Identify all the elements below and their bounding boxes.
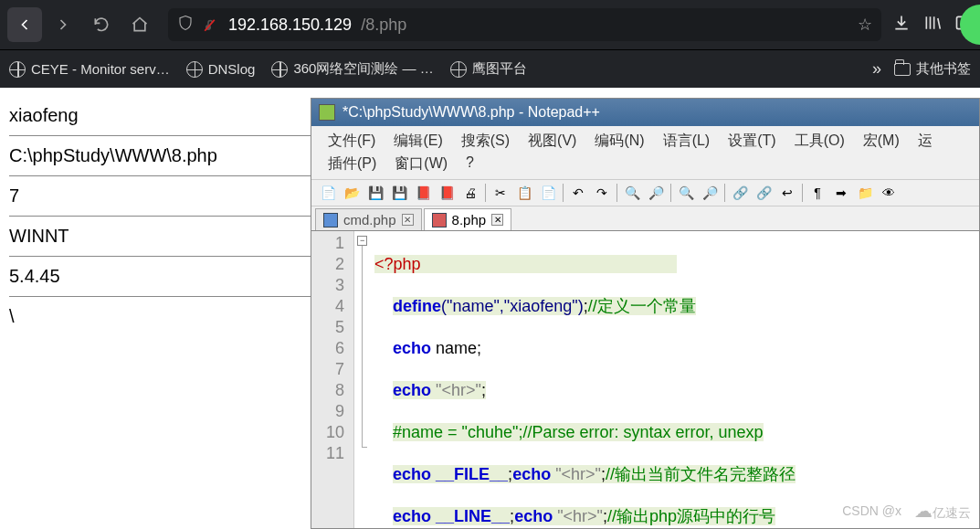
open-file-icon[interactable]: 📂	[341, 182, 363, 204]
notepad-titlebar[interactable]: *C:\phpStudy\WWW\8.php - Notepad++	[311, 99, 979, 126]
reload-button[interactable]	[84, 7, 119, 42]
globe-icon	[9, 61, 26, 78]
output-line: 7	[9, 176, 311, 216]
menu-macro[interactable]: 宏(M)	[854, 130, 909, 153]
menu-edit[interactable]: 编辑(E)	[385, 130, 451, 153]
blocked-icon[interactable]	[203, 16, 219, 33]
fold-minus-icon[interactable]: −	[357, 236, 367, 246]
url-host: 192.168.150.129	[228, 16, 352, 35]
save-all-icon[interactable]: 💾	[388, 182, 410, 204]
menu-language[interactable]: 语言(L)	[654, 130, 720, 153]
bookmark-item[interactable]: CEYE - Monitor serv…	[9, 61, 170, 78]
new-file-icon[interactable]: 📄	[317, 182, 339, 204]
back-button[interactable]	[7, 7, 42, 42]
tab-close-icon[interactable]: ✕	[491, 214, 503, 226]
browser-nav-bar: 192.168.150.129/8.php ☆	[0, 0, 980, 49]
globe-icon	[186, 61, 203, 78]
line-gutter: 1234567891011	[311, 231, 354, 528]
show-chars-icon[interactable]: ¶	[806, 182, 828, 204]
bookmark-item[interactable]: 360网络空间测绘 — …	[271, 60, 433, 78]
other-bookmarks[interactable]: 其他书签	[894, 60, 971, 78]
sync-h-icon[interactable]: 🔗	[753, 182, 775, 204]
notepad-title-text: *C:\phpStudy\WWW\8.php - Notepad++	[342, 104, 600, 121]
forward-button[interactable]	[46, 7, 80, 42]
url-path: /8.php	[361, 16, 406, 35]
notepad-app-icon	[319, 104, 335, 121]
zoom-out-icon[interactable]: 🔎	[699, 182, 721, 204]
undo-icon[interactable]: ↶	[567, 182, 589, 204]
output-line: xiaofeng	[9, 96, 311, 135]
watermark-cloud: ☁亿速云	[914, 500, 971, 522]
zoom-in-icon[interactable]: 🔍	[675, 182, 697, 204]
indent-icon[interactable]: ➡	[830, 182, 852, 204]
code-area[interactable]: <?php define("name","xiaofeng");//定义一个常量…	[371, 231, 850, 528]
close-all-icon[interactable]: 📕	[436, 182, 458, 204]
folder-icon[interactable]: 📁	[854, 182, 876, 204]
copy-icon[interactable]: 📋	[513, 182, 535, 204]
output-line: WINNT	[9, 217, 311, 256]
watermark: CSDN @x ☁亿速云	[842, 500, 971, 522]
fold-column[interactable]: −	[354, 231, 371, 528]
globe-icon	[450, 61, 467, 78]
monitor-icon[interactable]: 👁	[878, 182, 900, 204]
menu-view[interactable]: 视图(V)	[519, 130, 585, 153]
replace-icon[interactable]: 🔎	[645, 182, 667, 204]
downloads-icon[interactable]	[892, 14, 911, 36]
menu-encoding[interactable]: 编码(N)	[585, 130, 653, 153]
menu-tools[interactable]: 工具(O)	[785, 130, 854, 153]
disk-icon	[323, 213, 338, 227]
url-bar[interactable]: 192.168.150.129/8.php ☆	[168, 8, 881, 41]
code-editor[interactable]: 1234567891011 − <?php define("name","xia…	[311, 231, 979, 528]
save-icon[interactable]: 💾	[364, 182, 386, 204]
home-button[interactable]	[122, 7, 157, 42]
globe-icon	[271, 61, 288, 78]
disk-modified-icon	[432, 213, 447, 227]
page-output: xiaofeng C:\phpStudy\WWW\8.php 7 WINNT 5…	[9, 96, 311, 336]
notepad-window: *C:\phpStudy\WWW\8.php - Notepad++ 文件(F)…	[311, 98, 980, 529]
watermark-csdn: CSDN @x	[842, 503, 901, 518]
cut-icon[interactable]: ✂	[490, 182, 511, 204]
extension-indicator[interactable]	[960, 5, 980, 45]
folder-icon	[894, 63, 911, 76]
output-line: \	[9, 297, 311, 336]
editor-tab-active[interactable]: 8.php ✕	[424, 208, 512, 230]
bookmarks-overflow[interactable]: »	[872, 59, 881, 79]
menu-plugins[interactable]: 插件(P)	[319, 153, 385, 175]
find-icon[interactable]: 🔍	[621, 182, 643, 204]
notepad-menubar: 文件(F) 编辑(E) 搜索(S) 视图(V) 编码(N) 语言(L) 设置(T…	[311, 126, 979, 179]
paste-icon[interactable]: 📄	[537, 182, 559, 204]
print-icon[interactable]: 🖨	[459, 182, 481, 204]
bookmark-star-icon[interactable]: ☆	[858, 15, 872, 35]
tab-close-icon[interactable]: ✕	[402, 214, 414, 226]
shield-icon[interactable]	[177, 15, 194, 36]
menu-search[interactable]: 搜索(S)	[452, 130, 519, 153]
bookmark-item[interactable]: 鹰图平台	[450, 60, 527, 78]
menu-file[interactable]: 文件(F)	[319, 130, 385, 153]
close-icon[interactable]: 📕	[412, 182, 434, 204]
bookmarks-bar: CEYE - Monitor serv… DNSlog 360网络空间测绘 — …	[0, 49, 980, 88]
wrap-icon[interactable]: ↩	[776, 182, 798, 204]
output-line: C:\phpStudy\WWW\8.php	[9, 136, 311, 175]
redo-icon[interactable]: ↷	[591, 182, 613, 204]
notepad-tabs: cmd.php ✕ 8.php ✕	[311, 206, 979, 231]
menu-window[interactable]: 窗口(W)	[385, 153, 457, 175]
output-line: 5.4.45	[9, 257, 311, 296]
bookmark-item[interactable]: DNSlog	[186, 61, 256, 78]
menu-run[interactable]: 运	[909, 130, 942, 153]
menu-settings[interactable]: 设置(T)	[719, 130, 785, 153]
notepad-toolbar: 📄 📂 💾 💾 📕 📕 🖨 ✂ 📋 📄 ↶ ↷ 🔍 🔎 🔍 🔎 🔗 🔗 ↩ ¶ …	[311, 179, 979, 206]
library-icon[interactable]	[923, 14, 942, 36]
sync-v-icon[interactable]: 🔗	[729, 182, 751, 204]
menu-help[interactable]: ?	[457, 153, 483, 175]
editor-tab[interactable]: cmd.php ✕	[315, 208, 422, 230]
